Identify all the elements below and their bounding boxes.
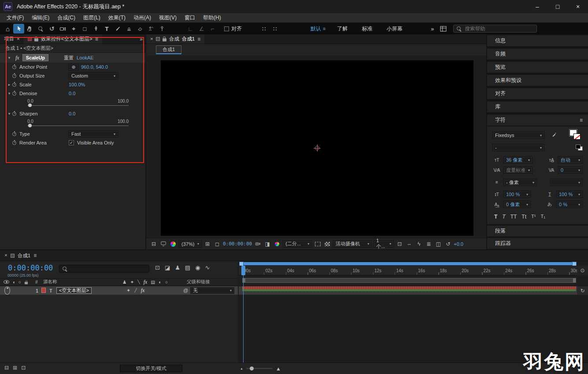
view-layout-dropdown[interactable]: 1个... xyxy=(374,241,394,248)
workspace-default[interactable]: 默认 xyxy=(303,25,323,33)
hand-tool-icon[interactable] xyxy=(24,24,35,33)
time-navigator-bar[interactable] xyxy=(240,262,576,265)
workspace-small-screen[interactable]: 小屏幕 xyxy=(379,25,409,33)
parent-pickwhip-icon[interactable] xyxy=(183,286,188,295)
font-size-dropdown[interactable]: 36 像素 xyxy=(503,156,533,163)
fast-previews-icon[interactable] xyxy=(415,240,423,248)
help-search-box[interactable] xyxy=(453,25,537,33)
mask-visibility-icon[interactable] xyxy=(213,240,221,248)
track-options[interactable] xyxy=(577,286,588,295)
transparency-grid-icon[interactable] xyxy=(323,240,331,248)
effect-reset-link[interactable]: 重置 xyxy=(64,55,74,61)
composition-viewport[interactable] xyxy=(146,56,486,238)
stopwatch-icon[interactable] xyxy=(12,141,16,145)
panel-character-header[interactable]: 字符 xyxy=(487,115,588,126)
kerning-dropdown[interactable]: 度量标准 xyxy=(503,167,533,174)
menu-file[interactable]: 文件(F) xyxy=(3,14,28,22)
frame-blending-icon[interactable] xyxy=(185,265,190,270)
puppet-pin-tool-icon[interactable] xyxy=(156,24,167,33)
anchor-point-crosshair[interactable] xyxy=(314,144,321,152)
layer-color-chip[interactable] xyxy=(41,288,46,293)
workspace-standard[interactable]: 标准 xyxy=(355,25,379,33)
pixel-aspect-icon[interactable] xyxy=(405,240,413,248)
motion-blur-icon[interactable] xyxy=(195,265,200,270)
current-timecode[interactable]: 0:00:00:00 xyxy=(8,263,53,272)
clone-stamp-tool-icon[interactable] xyxy=(123,24,134,33)
roto-brush-tool-icon[interactable] xyxy=(145,24,156,33)
slider-thumb[interactable] xyxy=(28,124,32,127)
tab-effect-controls[interactable]: 效果控件<空文本图层> xyxy=(24,34,102,44)
exposure-value[interactable]: +0.0 xyxy=(454,241,463,247)
panel-effects-presets[interactable]: 效果和预设 xyxy=(487,75,588,86)
chevron-down-icon[interactable] xyxy=(6,92,12,96)
output-size-dropdown[interactable]: Custom xyxy=(69,72,118,79)
region-of-interest-icon[interactable] xyxy=(314,240,322,248)
parent-link-column-header[interactable]: 父级和链接 xyxy=(187,278,210,285)
slider-track[interactable] xyxy=(27,105,129,106)
layer-name-field[interactable]: <空文本图层> xyxy=(56,287,92,294)
leading-dropdown[interactable]: 自动 xyxy=(558,156,583,163)
snapshot-camera-icon[interactable] xyxy=(254,240,262,248)
font-style-dropdown[interactable]: - xyxy=(492,144,544,151)
menu-layer[interactable]: 图层(L) xyxy=(79,14,104,22)
menu-effect[interactable]: 效果(T) xyxy=(104,14,129,22)
small-caps-button[interactable]: Tt xyxy=(521,214,526,220)
effect-name[interactable]: ScaleUp xyxy=(22,54,48,61)
toggle-switches-modes-button[interactable]: 切换开关/模式 xyxy=(120,365,182,372)
stroke-color-swatch[interactable] xyxy=(573,133,581,140)
color-management-icon[interactable] xyxy=(169,240,177,248)
snap-option2-icon[interactable] xyxy=(270,24,281,33)
effect-about-link[interactable]: LookAE xyxy=(77,55,94,60)
zoom-dropdown[interactable]: (37%) xyxy=(179,241,202,248)
goal-icon[interactable] xyxy=(396,240,403,248)
axis-mode-local-icon[interactable] xyxy=(185,24,196,33)
mini-flowchart-icon[interactable] xyxy=(155,265,160,270)
expand-switches-pane-icon[interactable] xyxy=(4,365,9,370)
subscript-button[interactable]: T₁ xyxy=(540,214,545,220)
all-caps-button[interactable]: TT xyxy=(510,214,517,220)
show-channels-icon[interactable] xyxy=(273,240,281,248)
panel-menu-icon[interactable] xyxy=(33,253,37,258)
zoom-tool-icon[interactable] xyxy=(35,24,46,33)
manage-workspaces-icon[interactable] xyxy=(438,24,449,33)
menu-window[interactable]: 窗口 xyxy=(181,14,199,22)
axis-mode-view-icon[interactable] xyxy=(207,24,218,33)
close-button[interactable] xyxy=(568,0,588,13)
expand-transfer-pane-icon[interactable] xyxy=(13,365,17,370)
layer-duration-track[interactable] xyxy=(239,286,577,295)
panel-menu-icon[interactable] xyxy=(580,118,583,123)
panel-preview[interactable]: 预览 xyxy=(487,62,588,73)
tab-project[interactable]: 项目 xyxy=(0,34,24,44)
stopwatch-icon[interactable] xyxy=(12,132,16,136)
timeline-zoom-thumb[interactable] xyxy=(250,367,254,370)
panel-paragraph[interactable]: 段落 xyxy=(487,226,588,237)
sharpen-value[interactable]: 0.0 xyxy=(69,111,75,116)
chevron-down-icon[interactable] xyxy=(6,112,12,116)
stopwatch-icon[interactable] xyxy=(12,74,16,78)
minimize-button[interactable] xyxy=(527,0,547,13)
always-preview-icon[interactable] xyxy=(150,240,158,248)
maximize-button[interactable] xyxy=(547,0,568,13)
axis-mode-world-icon[interactable] xyxy=(196,24,207,33)
pen-tool-icon[interactable] xyxy=(90,24,101,33)
baseline-shift-dropdown[interactable]: 0 像素 xyxy=(503,201,531,208)
type-tool-icon[interactable] xyxy=(101,24,112,33)
type-dropdown[interactable]: Fast xyxy=(69,130,118,137)
camera-tool-icon[interactable] xyxy=(57,24,68,33)
stopwatch-icon[interactable] xyxy=(12,92,16,96)
resolution-dropdown[interactable]: (二分... xyxy=(283,241,312,248)
render-area-checkbox[interactable] xyxy=(69,140,74,145)
eraser-tool-icon[interactable] xyxy=(134,24,145,33)
anchor-point-value[interactable]: 960.0, 540.0 xyxy=(81,64,108,70)
menu-edit[interactable]: 编辑(E) xyxy=(28,14,53,22)
anchor-point-target-icon[interactable] xyxy=(69,64,78,70)
home-icon[interactable] xyxy=(2,24,13,33)
selection-tool-icon[interactable] xyxy=(13,24,24,33)
horizontal-scale-dropdown[interactable]: 100 % xyxy=(556,191,583,198)
snap-checkbox[interactable] xyxy=(224,26,229,31)
source-name-column-header[interactable]: 源名称 xyxy=(43,278,57,285)
expand-inout-pane-icon[interactable] xyxy=(21,365,26,370)
hide-shy-layers-icon[interactable] xyxy=(175,265,180,270)
denoise-value[interactable]: 0.0 xyxy=(69,91,75,96)
graph-editor-icon[interactable] xyxy=(205,265,210,270)
